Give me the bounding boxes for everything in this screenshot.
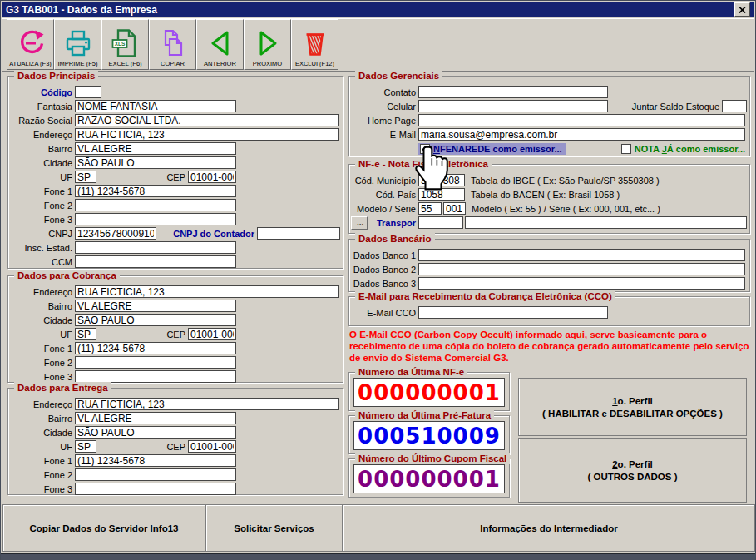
notaja-checkbox-group[interactable]: NOTA JÁ como emissor... <box>621 144 745 154</box>
entrega-endereco-input[interactable] <box>75 398 339 410</box>
fone2-label: Fone 2 <box>10 201 72 211</box>
cod-municipio-hint: Tabela do IBGE ( Ex: São Paulo/SP 355030… <box>471 176 660 186</box>
fone3-label: Fone 3 <box>10 215 72 225</box>
copiar-dados-servidor-button[interactable]: Copiar Dados do Servidor Info13 <box>2 504 205 552</box>
cobranca-cep-input[interactable] <box>188 328 236 340</box>
fone3-input[interactable] <box>75 213 236 225</box>
group-dados-gerenciais: Dados Gerenciais Contato Celular Juntar … <box>348 76 750 156</box>
cod-municipio-input[interactable] <box>418 174 465 186</box>
uf-label: UF <box>10 172 72 182</box>
endereco-input[interactable] <box>75 128 339 141</box>
group-title: Número do Último Cupom Fiscal <box>355 453 510 464</box>
excel-button[interactable]: XLS EXCEL (F6) <box>101 19 149 70</box>
banco2-input[interactable] <box>418 263 745 275</box>
cnpj-label: CNPJ <box>10 229 72 239</box>
cobranca-fone2-input[interactable] <box>75 356 236 369</box>
celular-input[interactable] <box>418 100 608 112</box>
endereco-label: Endereço <box>10 399 72 409</box>
copiar-button[interactable]: COPIAR <box>149 19 196 70</box>
cnpj-input[interactable] <box>75 227 156 240</box>
cobranca-fone3-input[interactable] <box>75 370 236 383</box>
group-title: Dados Bancário <box>355 233 435 245</box>
cod-pais-input[interactable] <box>418 188 465 201</box>
transpor-browse-button[interactable]: ... <box>351 216 368 230</box>
transpor-input-1[interactable] <box>418 216 463 229</box>
cobranca-uf-input[interactable] <box>75 328 96 340</box>
banco3-input[interactable] <box>418 277 745 290</box>
cod-pais-hint: Tabela do BACEN ( Ex: Brasil 1058 ) <box>471 190 620 200</box>
modelo-input[interactable] <box>418 202 442 215</box>
entrega-fone1-input[interactable] <box>75 454 236 467</box>
bairro-label: Bairro <box>10 144 72 154</box>
fone2-input[interactable] <box>75 199 236 211</box>
codigo-label: Código <box>10 87 72 97</box>
informacoes-intermediador-button[interactable]: Informações do Intermediador <box>343 504 755 552</box>
group-title: Dados para Cobrança <box>14 270 120 281</box>
uf-input[interactable] <box>75 171 96 183</box>
banco1-input[interactable] <box>418 249 745 261</box>
entrega-bairro-input[interactable] <box>75 412 236 424</box>
numero-prefatura-value: 000510009 <box>353 421 505 450</box>
group-numero-nfe: Número da Última NF-e 000000001 <box>348 372 510 411</box>
perfil-2-subtitle: ( OUTROS DADOS ) <box>588 472 678 482</box>
cobranca-cidade-input[interactable] <box>75 314 236 326</box>
entrega-cidade-input[interactable] <box>75 426 236 439</box>
cep-input[interactable] <box>188 171 236 183</box>
cobranca-endereco-input[interactable] <box>75 285 339 298</box>
fantasia-input[interactable] <box>75 100 236 112</box>
uf-label: UF <box>10 442 72 452</box>
atualiza-button[interactable]: ATUALIZA (F3) <box>7 19 54 70</box>
group-nfe: NF-e - Nota Fiscal Eletrônica Cód. Munic… <box>348 164 750 234</box>
cep-label: CEP <box>166 172 185 182</box>
next-icon <box>253 28 283 58</box>
insc-input[interactable] <box>75 241 236 254</box>
razao-input[interactable] <box>75 114 339 126</box>
contato-input[interactable] <box>418 86 608 98</box>
notaja-checkbox[interactable] <box>621 144 631 154</box>
homepage-input[interactable] <box>418 114 745 126</box>
modelo-serie-hint: Modelo ( Ex: 55 ) / Série ( Ex: 000, 001… <box>472 204 660 214</box>
fone2-label: Fone 2 <box>10 470 72 480</box>
group-title: Número da Última Pré-Fatura <box>355 409 494 421</box>
entrega-cep-input[interactable] <box>188 440 236 453</box>
codigo-input[interactable] <box>75 86 101 98</box>
juntar-saldo-input[interactable] <box>722 100 747 112</box>
cnpj-contador-input[interactable] <box>257 227 340 240</box>
cobranca-fone1-input[interactable] <box>75 342 236 354</box>
toolbar-button-label: EXCEL (F6) <box>108 60 141 67</box>
entrega-fone2-input[interactable] <box>75 468 236 481</box>
exclui-button[interactable]: EXCLUI (F12) <box>291 19 338 70</box>
fone1-input[interactable] <box>75 185 236 197</box>
anterior-button[interactable]: ANTERIOR <box>196 19 244 70</box>
cidade-input[interactable] <box>75 156 236 169</box>
endereco-label: Endereço <box>10 287 72 297</box>
perfil-2-title: 2o. Perfil <box>612 459 653 469</box>
imprime-button[interactable]: IMPRIME (F5) <box>54 19 101 70</box>
nfenarede-checkbox-group[interactable]: NFENAREDE como emissor... <box>418 143 566 155</box>
serie-input[interactable] <box>443 202 466 215</box>
transpor-label: Transpor <box>373 218 416 228</box>
ccm-input[interactable] <box>75 255 236 268</box>
entrega-uf-input[interactable] <box>75 440 96 453</box>
fone1-label: Fone 1 <box>10 344 72 354</box>
proximo-button[interactable]: PROXIMO <box>244 19 291 70</box>
banco1-label: Dados Banco 1 <box>351 250 416 260</box>
celular-label: Celular <box>351 102 416 112</box>
trash-icon <box>300 28 330 58</box>
group-title: Dados para Entrega <box>14 382 111 394</box>
perfil-1-title: 1o. Perfil <box>612 396 653 406</box>
close-button[interactable] <box>734 2 750 17</box>
numero-cupom-value: 000000001 <box>353 464 505 493</box>
banco2-label: Dados Banco 2 <box>351 265 416 275</box>
solicitar-servicos-button[interactable]: Solicitar Serviços <box>205 504 343 552</box>
entrega-fone3-input[interactable] <box>75 483 236 495</box>
email-input[interactable] <box>418 128 745 141</box>
transpor-input-2[interactable] <box>465 216 747 229</box>
nfenarede-checkbox[interactable] <box>420 144 430 154</box>
bairro-input[interactable] <box>75 142 236 155</box>
perfil-1-button[interactable]: 1o. Perfil ( HABILITAR e DESABILITAR OPÇ… <box>518 378 747 436</box>
email-cco-input[interactable] <box>418 306 608 319</box>
perfil-2-button[interactable]: 2o. Perfil ( OUTROS DADOS ) <box>518 438 747 503</box>
nfenarede-label: NFENAREDE como emissor... <box>433 144 562 154</box>
cobranca-bairro-input[interactable] <box>75 300 236 312</box>
